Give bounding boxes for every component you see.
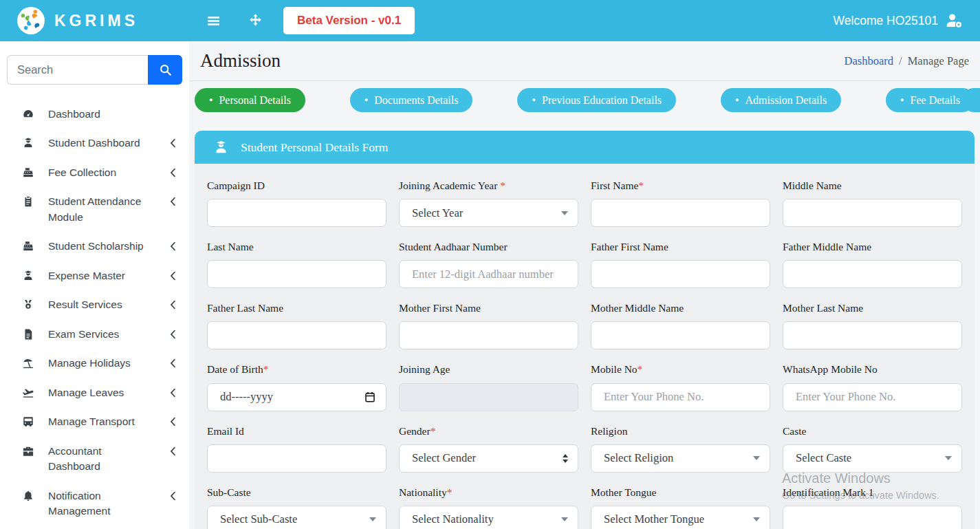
- last-name-input[interactable]: [207, 260, 386, 288]
- mother-last-name-field: Mother Last Name: [783, 301, 962, 349]
- student-aadhaar-number-input[interactable]: [399, 260, 578, 288]
- caret-down-icon: [753, 517, 760, 521]
- father-last-name-input[interactable]: [207, 321, 386, 349]
- caret-down-icon: [369, 517, 376, 521]
- sidebar-item-manage-holidays[interactable]: Manage Holidays: [21, 349, 181, 378]
- welcome-user[interactable]: Welcome HO25101: [834, 12, 963, 30]
- mobile-no-input[interactable]: [591, 383, 770, 411]
- religion-select[interactable]: Select Religion: [591, 444, 770, 473]
- sidebar-item-student-dashboard[interactable]: Student Dashboard: [21, 129, 181, 158]
- mother-last-name-input[interactable]: [783, 321, 962, 349]
- personal-details-card: Student Personal Details Form Campaign I…: [195, 131, 974, 529]
- sidebar-item-student-attendance-module[interactable]: Student Attendance Module: [21, 187, 181, 232]
- father-first-name-input[interactable]: [591, 260, 770, 288]
- middle-name-input[interactable]: [783, 199, 962, 227]
- first-name-input[interactable]: [591, 199, 770, 227]
- main-content: Admission Dashboard / Manage Page ●Perso…: [189, 41, 980, 529]
- bullet-icon: ●: [735, 97, 739, 103]
- tab-fee-details[interactable]: ●Fee Details: [886, 88, 974, 112]
- sidebar-item-student-scholarship[interactable]: Student Scholarship: [21, 232, 181, 261]
- sidebar-item-fee-collection[interactable]: Fee Collection: [21, 158, 181, 187]
- email-id-input[interactable]: [207, 444, 386, 473]
- sidebar-item-label: Result Services: [48, 297, 153, 312]
- bullet-icon: ●: [532, 97, 535, 103]
- sidebar-item-exam-services[interactable]: Exam Services: [21, 320, 181, 349]
- welcome-text: Welcome HO25101: [834, 14, 938, 28]
- tab-admission-details[interactable]: ●Admission Details: [721, 88, 841, 112]
- father-first-name-label: Father First Name: [591, 240, 770, 254]
- select-value: Select Gender: [412, 451, 563, 465]
- sidebar-item-label: Student Dashboard: [48, 136, 153, 151]
- sidebar-item-manage-leaves[interactable]: Manage Leaves: [21, 378, 181, 407]
- mother-middle-name-input[interactable]: [591, 321, 770, 349]
- sidebar-item-notification-management[interactable]: Notification Management: [21, 482, 181, 526]
- user-graduate-icon: [213, 140, 229, 155]
- nationality-field: Nationality*Select Nationality: [399, 486, 578, 529]
- form-header-title: Student Personal Details Form: [241, 140, 388, 155]
- date-of-birth-date-input[interactable]: dd-----yyyy: [207, 383, 386, 411]
- mother-first-name-label: Mother First Name: [399, 301, 578, 315]
- father-middle-name-field: Father Middle Name: [783, 240, 962, 288]
- joining-age-field: Joining Age: [399, 363, 578, 411]
- joining-academic-year-select[interactable]: Select Year: [399, 199, 578, 227]
- tab-personal-details[interactable]: ●Personal Details: [195, 88, 305, 112]
- calendar-icon[interactable]: [364, 391, 376, 403]
- user-graduate-icon: [22, 270, 34, 282]
- date-value: dd-----yyyy: [220, 390, 364, 404]
- bullet-icon: ●: [364, 97, 368, 103]
- chevron-left-icon: [167, 270, 179, 282]
- sub-caste-field: Sub-CasteSelect Sub-Caste: [207, 486, 386, 529]
- caste-select[interactable]: Select Caste: [783, 444, 962, 473]
- sidebar-item-label: Student Scholarship: [48, 239, 153, 254]
- sidebar-item-result-services[interactable]: Result Services: [21, 290, 181, 319]
- mother-first-name-input[interactable]: [399, 321, 578, 349]
- sidebar-item-dashboard[interactable]: Dashboard: [21, 100, 181, 129]
- gender-label: Gender*: [399, 424, 578, 438]
- breadcrumb-dashboard-link[interactable]: Dashboard: [845, 54, 893, 68]
- mother-tongue-select[interactable]: Select Mother Tongue: [591, 506, 770, 529]
- gender-select[interactable]: Select Gender: [399, 444, 578, 473]
- required-asterisk: *: [638, 363, 643, 375]
- mother-tongue-label: Mother Tongue: [591, 486, 770, 499]
- file-icon: [22, 328, 34, 341]
- sidebar: DashboardStudent DashboardFee Collection…: [0, 41, 189, 529]
- father-middle-name-input[interactable]: [783, 260, 962, 288]
- beta-version-badge[interactable]: Beta Version - v0.1: [283, 7, 415, 34]
- date-of-birth-label: Date of Birth*: [207, 363, 386, 376]
- brand[interactable]: KGRIMS: [17, 6, 190, 35]
- bullet-icon: ●: [209, 97, 213, 103]
- identification-mark-1-input[interactable]: [783, 506, 962, 529]
- sidebar-item-accountant-dashboard[interactable]: Accountant Dashboard: [21, 437, 181, 482]
- hamburger-menu-icon[interactable]: [205, 12, 222, 30]
- cash-register-icon: [22, 166, 34, 179]
- search-button[interactable]: [148, 55, 182, 85]
- first-name-label: First Name*: [591, 179, 770, 193]
- select-updown-icon: [563, 454, 568, 463]
- sub-caste-select[interactable]: Select Sub-Caste: [207, 506, 386, 529]
- joining-academic-year-label: Joining Academic Year *: [399, 179, 578, 193]
- sidebar-item-manage-transport[interactable]: Manage Transport: [21, 407, 181, 436]
- tab-label: Personal Details: [219, 94, 290, 107]
- chevron-left-icon: [167, 166, 179, 179]
- umbrella-beach-icon: [22, 357, 34, 369]
- campaign-id-input[interactable]: [207, 199, 386, 227]
- form-grid: Campaign IDJoining Academic Year *Select…: [195, 164, 974, 529]
- tab-documents-details[interactable]: ●Documents Details: [350, 88, 473, 112]
- mother-middle-name-label: Mother Middle Name: [591, 301, 770, 315]
- sidebar-item-assign-roles[interactable]: Assign Roles: [21, 526, 181, 529]
- sub-caste-label: Sub-Caste: [207, 486, 386, 499]
- caret-down-icon: [561, 517, 568, 521]
- search-input[interactable]: [7, 55, 148, 85]
- breadcrumb-separator: /: [899, 54, 902, 68]
- user-graduate-icon: [22, 137, 34, 149]
- sidebar-item-expense-master[interactable]: Expense Master: [21, 261, 181, 290]
- nationality-select[interactable]: Select Nationality: [399, 506, 578, 529]
- chevron-left-icon: [167, 137, 179, 149]
- expand-icon[interactable]: [247, 12, 264, 30]
- tab-previous-education-details[interactable]: ●Previous Education Details: [517, 88, 676, 112]
- student-aadhaar-number-label: Student Aadhaar Number: [399, 240, 578, 254]
- first-name-field: First Name*: [591, 179, 770, 227]
- father-first-name-field: Father First Name: [591, 240, 770, 288]
- whatsapp-mobile-no-input[interactable]: [783, 383, 962, 411]
- middle-name-field: Middle Name: [783, 179, 962, 227]
